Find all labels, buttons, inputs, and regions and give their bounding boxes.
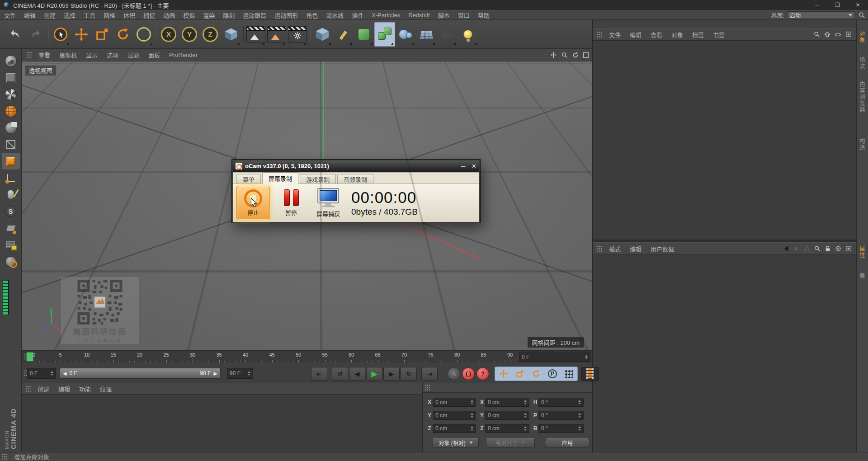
spline-pen-button[interactable] — [333, 22, 354, 47]
drag-handle-icon[interactable] — [597, 31, 603, 38]
play-loop-button[interactable]: ↻ — [401, 367, 417, 381]
menu-sculpt[interactable]: 雕刻 — [219, 11, 239, 19]
ocam-close-button[interactable]: ✕ — [472, 163, 476, 169]
spinner-icon[interactable] — [576, 413, 581, 418]
mm-menu-texture[interactable]: 纹理 — [95, 385, 116, 393]
menu-animate[interactable]: 动画 — [159, 11, 179, 19]
tool-wire-cube-mode[interactable] — [2, 136, 20, 153]
menu-render[interactable]: 渲染 — [199, 11, 219, 19]
drag-handle-icon[interactable] — [425, 384, 430, 391]
ocam-tab-screen-recording[interactable]: 屏幕录制 — [262, 172, 298, 184]
spinner-icon[interactable] — [583, 355, 588, 359]
primitive-cube-button[interactable] — [312, 22, 333, 47]
side-tab-attributes[interactable]: 属性 — [858, 246, 866, 259]
vp-menu-prorender[interactable]: ProRender — [165, 52, 202, 58]
spinner-icon[interactable] — [469, 400, 473, 405]
side-tab-takes[interactable]: 场次 — [858, 57, 866, 70]
om-menu-tags[interactable]: 标签 — [688, 30, 708, 39]
spinner-icon[interactable] — [469, 426, 473, 431]
tool-workplane-mode[interactable] — [2, 103, 20, 119]
light-button[interactable] — [458, 22, 478, 47]
pos-x-field[interactable]: 0 cm — [433, 398, 476, 407]
tool-magnet[interactable] — [2, 253, 20, 270]
tool-model-mode[interactable] — [2, 69, 20, 86]
timeline-ruler[interactable]: 0 F 051015202530354045505560657075808590 — [22, 350, 592, 363]
tool-spline-mode[interactable]: S — [2, 203, 20, 220]
mm-menu-edit[interactable]: 编辑 — [54, 385, 75, 393]
om-menu-file[interactable]: 文件 — [604, 30, 625, 39]
ocam-pause-button[interactable]: 暂停 — [276, 186, 306, 220]
menu-window[interactable]: 窗口 — [454, 11, 474, 19]
spinner-icon[interactable] — [522, 426, 527, 431]
size-z-field[interactable]: 0 cm — [485, 424, 529, 433]
array-plane-button[interactable] — [416, 22, 437, 47]
vp-menu-panel[interactable]: 面板 — [144, 51, 165, 59]
ocam-titlebar[interactable]: oCam v337.0 (0, 5, 1920, 1021) ─ ✕ — [233, 160, 479, 172]
frame-range-slider[interactable]: ◀ 0 F 90 F ▶ — [60, 368, 221, 379]
vp-menu-filter[interactable]: 过滤 — [123, 51, 144, 59]
lock-x-axis-button[interactable]: X — [158, 22, 179, 47]
lock-z-axis-button[interactable]: Z — [200, 22, 221, 47]
pos-z-field[interactable]: 0 cm — [433, 424, 476, 433]
vp-menu-display[interactable]: 显示 — [81, 51, 102, 59]
menu-select[interactable]: 选择 — [60, 11, 80, 19]
history-back-icon[interactable] — [783, 245, 789, 252]
live-selection-tool[interactable] — [50, 22, 71, 47]
menu-create[interactable]: 创建 — [40, 11, 60, 19]
spinner-icon[interactable] — [469, 413, 473, 418]
menu-motion-tracker[interactable]: 运动跟踪 — [239, 11, 270, 19]
ocam-minimize-button[interactable]: ─ — [461, 163, 465, 169]
key-position-button[interactable] — [496, 368, 511, 380]
add-panel-icon[interactable] — [845, 31, 852, 38]
redo-button[interactable] — [25, 22, 46, 47]
tool-uv-mode[interactable] — [2, 119, 20, 136]
drag-handle-icon[interactable] — [597, 245, 603, 252]
play-button[interactable]: ▶ — [366, 367, 382, 381]
mm-menu-create[interactable]: 创建 — [33, 385, 54, 393]
size-x-field[interactable]: 0 cm — [485, 398, 529, 407]
search-icon[interactable] — [859, 12, 865, 19]
rot-p-field[interactable]: 0 ° — [538, 411, 584, 420]
slider-right-arrow-icon[interactable]: ▶ — [214, 371, 217, 376]
side-tab-structure[interactable]: 构造 — [858, 138, 866, 151]
spinner-icon[interactable] — [522, 400, 527, 405]
om-menu-view[interactable]: 查看 — [646, 30, 667, 39]
maximize-button[interactable]: ❐ — [827, 0, 848, 10]
ocam-screen-capture-button[interactable]: 屏幕捕获 — [311, 186, 346, 220]
ocam-stop-button[interactable]: 停止 — [236, 186, 270, 220]
menu-xparticles[interactable]: X-Particles — [368, 12, 404, 19]
tool-axis-mode[interactable] — [2, 169, 20, 186]
last-used-tool[interactable] — [133, 22, 154, 47]
menu-redshift[interactable]: Redshift — [404, 12, 434, 19]
menu-file[interactable]: 文件 — [0, 11, 20, 19]
am-menu-userdata[interactable]: 用户数据 — [646, 245, 679, 253]
render-view-button[interactable] — [245, 22, 266, 47]
start-frame-field[interactable]: 0 F — [27, 368, 56, 379]
vp-menu-options[interactable]: 选项 — [102, 51, 123, 59]
coordinate-mode-dropdown[interactable]: 对象 (相对) — [433, 438, 479, 447]
side-tab-content-browser[interactable]: 内容浏览器 — [858, 81, 866, 113]
interface-select[interactable]: 启动 — [787, 11, 855, 19]
close-button[interactable]: ✕ — [848, 0, 868, 10]
search-icon[interactable] — [814, 31, 820, 38]
menu-help[interactable]: 帮助 — [474, 11, 494, 19]
om-menu-objects[interactable]: 对象 — [667, 30, 688, 39]
key-point-level-button[interactable] — [561, 368, 576, 380]
spinner-icon[interactable] — [246, 371, 250, 376]
render-picture-viewer-button[interactable] — [266, 22, 287, 47]
slider-left-arrow-icon[interactable]: ◀ — [63, 371, 66, 376]
minimize-button[interactable]: ─ — [807, 0, 827, 10]
camera-button[interactable] — [437, 22, 458, 47]
move-tool[interactable] — [71, 22, 92, 47]
menu-volume[interactable]: 体积 — [119, 11, 139, 19]
lock-y-axis-button[interactable]: Y — [179, 22, 200, 47]
menu-simulate[interactable]: 模拟 — [179, 11, 199, 19]
attribute-manager-body[interactable] — [593, 255, 856, 452]
go-to-end-button[interactable]: ⇥ — [421, 367, 438, 381]
play-backwards-button[interactable]: ↺ — [332, 367, 348, 381]
menu-mograph[interactable]: 运动图形 — [270, 11, 302, 19]
menu-plugins[interactable]: 插件 — [348, 11, 368, 19]
tool-snap-grid[interactable] — [2, 236, 20, 253]
cloner-button[interactable] — [374, 22, 395, 47]
track-target-icon[interactable] — [835, 245, 841, 252]
